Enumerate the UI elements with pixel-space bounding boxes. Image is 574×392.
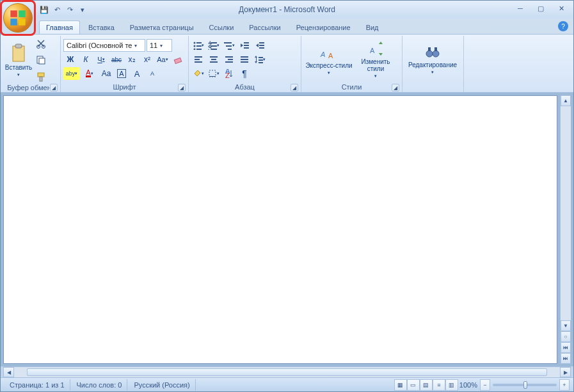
bullets-button[interactable]: ▾ xyxy=(191,39,205,52)
font-size-combo[interactable]: 11▾ xyxy=(147,39,172,52)
tab-home[interactable]: Главная xyxy=(39,20,80,34)
change-styles-label: Изменить стили xyxy=(361,58,390,72)
font-color-button[interactable]: A▾ xyxy=(81,67,98,80)
tab-insert[interactable]: Вставка xyxy=(81,20,122,34)
outdent-button[interactable] xyxy=(237,39,251,52)
help-icon[interactable]: ? xyxy=(558,21,568,31)
font-name-combo[interactable]: Calibri (Основной те▾ xyxy=(63,39,145,52)
document-canvas[interactable] xyxy=(3,95,557,364)
font-group-label: Шрифт xyxy=(113,83,136,91)
zoom-in-button[interactable]: + xyxy=(559,379,570,391)
view-print-layout[interactable]: ▦ xyxy=(394,379,407,391)
quick-styles-icon: AA xyxy=(319,44,339,61)
zoom-level[interactable]: 100% xyxy=(459,381,477,389)
zoom-slider[interactable] xyxy=(493,384,557,386)
multilevel-button[interactable]: ▾ xyxy=(222,39,236,52)
horizontal-scrollbar[interactable]: ◀ ▶ xyxy=(3,366,571,377)
browse-object-button[interactable]: ○ xyxy=(561,331,571,342)
styles-launcher[interactable]: ◢ xyxy=(392,84,399,91)
justify-button[interactable] xyxy=(237,53,251,66)
qat-customize-icon[interactable]: ▾ xyxy=(77,4,88,15)
text-effects-button[interactable]: Aa xyxy=(99,67,113,80)
align-center-icon xyxy=(209,55,218,64)
paragraph-group-label: Абзац xyxy=(235,83,255,91)
tab-view[interactable]: Вид xyxy=(359,20,386,34)
scroll-down-button[interactable]: ▼ xyxy=(561,320,571,331)
office-button[interactable] xyxy=(3,3,33,33)
svg-rect-16 xyxy=(196,45,202,47)
close-button[interactable]: ✕ xyxy=(553,3,570,13)
svg-rect-1 xyxy=(19,10,25,17)
tab-review[interactable]: Рецензирование xyxy=(289,20,358,34)
copy-icon[interactable] xyxy=(35,54,47,67)
view-web[interactable]: ▤ xyxy=(420,379,433,391)
clipboard-launcher[interactable]: ◢ xyxy=(50,84,58,91)
font-launcher[interactable]: ◢ xyxy=(178,84,186,91)
format-painter-icon[interactable] xyxy=(35,70,47,83)
tab-mailings[interactable]: Рассылки xyxy=(242,20,287,34)
scroll-right-button[interactable]: ▶ xyxy=(560,367,571,377)
change-styles-button[interactable]: A Изменить стили▾ xyxy=(358,38,394,81)
sort-button[interactable]: AZ xyxy=(222,67,236,80)
grow-font-button[interactable]: A xyxy=(130,67,144,80)
scroll-thumb-h[interactable] xyxy=(27,368,547,376)
show-marks-button[interactable]: ¶ xyxy=(237,67,251,80)
tab-layout[interactable]: Разметка страницы xyxy=(123,20,201,34)
minimize-button[interactable]: ─ xyxy=(512,3,529,13)
scroll-up-button[interactable]: ▲ xyxy=(561,95,571,106)
qat-undo-icon[interactable]: ↶ xyxy=(52,4,62,15)
group-font: Calibri (Основной те▾ 11▾ Ж К Ч▾ abc x₂ … xyxy=(61,36,189,92)
svg-point-13 xyxy=(194,42,196,44)
status-page[interactable]: Страница: 1 из 1 xyxy=(4,379,70,391)
bold-button[interactable]: Ж xyxy=(63,53,77,66)
svg-rect-2 xyxy=(10,19,17,25)
numbering-icon: 123 xyxy=(208,41,217,50)
align-left-button[interactable] xyxy=(191,53,205,66)
vertical-scrollbar[interactable]: ▲ ▼ ○ ⏮ ⏭ xyxy=(560,95,571,364)
highlight-button[interactable]: aby▾ xyxy=(63,67,80,80)
char-border-button[interactable]: A xyxy=(115,67,129,80)
change-case-button[interactable]: Aa▾ xyxy=(155,53,170,66)
view-draft[interactable]: ▥ xyxy=(445,379,458,391)
next-page-button[interactable]: ⏭ xyxy=(561,353,571,364)
paste-label: Вставить xyxy=(5,64,32,71)
underline-button[interactable]: Ч▾ xyxy=(94,53,108,66)
cut-icon[interactable] xyxy=(35,37,47,50)
view-full-screen[interactable]: ▭ xyxy=(407,379,420,391)
indent-icon xyxy=(255,41,264,50)
editing-button[interactable]: Редактирование▾ xyxy=(405,38,460,81)
tab-references[interactable]: Ссылки xyxy=(202,20,241,34)
svg-rect-14 xyxy=(196,42,202,43)
shrink-font-button[interactable]: A xyxy=(145,67,159,80)
italic-button[interactable]: К xyxy=(79,53,93,66)
superscript-button[interactable]: x² xyxy=(140,53,154,66)
shading-button[interactable]: ▾ xyxy=(191,67,205,80)
numbering-button[interactable]: 123▾ xyxy=(207,39,221,52)
prev-page-button[interactable]: ⏮ xyxy=(561,342,571,353)
scroll-track[interactable] xyxy=(561,106,571,320)
zoom-out-button[interactable]: − xyxy=(480,379,490,391)
scroll-left-button[interactable]: ◀ xyxy=(3,367,14,377)
subscript-button[interactable]: x₂ xyxy=(125,53,139,66)
zoom-thumb[interactable] xyxy=(523,381,527,389)
view-outline[interactable]: ≡ xyxy=(433,379,445,391)
strike-button[interactable]: abc xyxy=(109,53,124,66)
borders-button[interactable]: ▾ xyxy=(207,67,221,80)
window-controls: ─ ▢ ✕ xyxy=(512,3,570,13)
status-language[interactable]: Русский (Россия) xyxy=(129,379,195,391)
qat-save-icon[interactable]: 💾 xyxy=(39,4,49,15)
align-right-button[interactable] xyxy=(222,53,236,66)
maximize-button[interactable]: ▢ xyxy=(532,3,549,13)
paste-button[interactable]: Вставить ▾ xyxy=(4,38,33,82)
paragraph-launcher[interactable]: ◢ xyxy=(291,84,298,91)
qat-redo-icon[interactable]: ↷ xyxy=(65,4,75,15)
svg-rect-51 xyxy=(209,76,216,77)
indent-button[interactable] xyxy=(253,39,267,52)
quick-styles-button[interactable]: AA Экспресс-стили▾ xyxy=(304,38,354,81)
line-spacing-button[interactable]: ▾ xyxy=(253,53,267,66)
editing-label: Редактирование xyxy=(408,61,457,68)
clear-format-button[interactable] xyxy=(171,53,185,66)
status-words[interactable]: Число слов: 0 xyxy=(72,379,128,391)
align-center-button[interactable] xyxy=(207,53,221,66)
status-bar: Страница: 1 из 1 Число слов: 0 Русский (… xyxy=(1,377,573,391)
